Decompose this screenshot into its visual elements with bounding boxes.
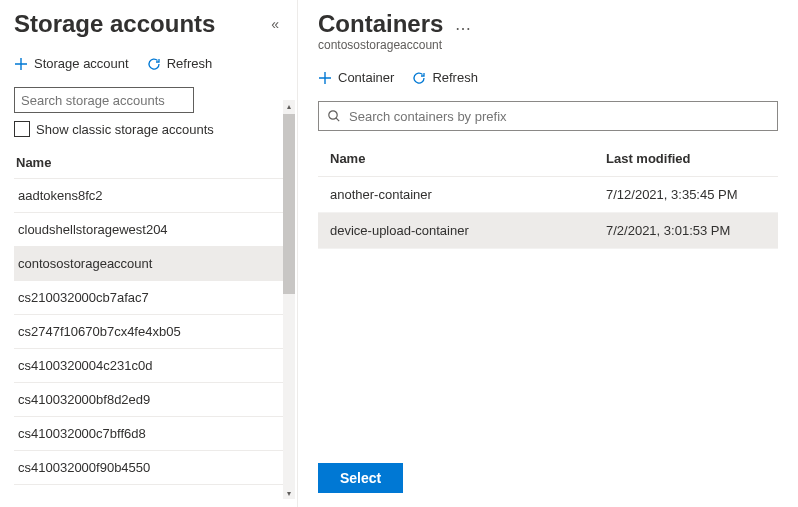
refresh-icon	[412, 71, 426, 85]
containers-table-body: another-container7/12/2021, 3:35:45 PMde…	[318, 177, 778, 249]
containers-name-header[interactable]: Name	[330, 151, 606, 166]
add-storage-label: Storage account	[34, 56, 129, 71]
storage-accounts-list: aadtokens8fc2cloudshellstoragewest204con…	[14, 179, 283, 485]
classic-storage-row[interactable]: Show classic storage accounts	[14, 121, 283, 137]
container-modified-cell: 7/2/2021, 3:01:53 PM	[606, 223, 766, 238]
plus-icon	[14, 57, 28, 71]
containers-subtitle: contosostorageaccount	[318, 38, 778, 52]
containers-table: Name Last modified another-container7/12…	[318, 141, 778, 249]
search-icon	[327, 109, 341, 123]
container-name-cell: device-upload-container	[330, 223, 606, 238]
containers-header-row: Containers ⋯	[318, 10, 778, 38]
refresh-icon	[147, 57, 161, 71]
storage-account-item[interactable]: cs410032000c7bff6d8	[14, 417, 283, 451]
classic-storage-label: Show classic storage accounts	[36, 122, 214, 137]
storage-account-item[interactable]: aadtokens8fc2	[14, 179, 283, 213]
container-name-cell: another-container	[330, 187, 606, 202]
plus-icon	[318, 71, 332, 85]
add-container-label: Container	[338, 70, 394, 85]
container-row[interactable]: another-container7/12/2021, 3:35:45 PM	[318, 177, 778, 213]
containers-toolbar: Container Refresh	[318, 70, 778, 85]
scroll-down-icon[interactable]: ▾	[283, 487, 295, 499]
collapse-panel-icon[interactable]: «	[271, 16, 279, 32]
storage-toolbar: Storage account Refresh	[14, 56, 283, 71]
storage-account-item[interactable]: cloudshellstoragewest204	[14, 213, 283, 247]
container-modified-cell: 7/12/2021, 3:35:45 PM	[606, 187, 766, 202]
containers-modified-header[interactable]: Last modified	[606, 151, 766, 166]
storage-name-column-header[interactable]: Name	[14, 149, 283, 179]
refresh-storage-button[interactable]: Refresh	[147, 56, 213, 71]
storage-accounts-panel: Storage accounts « Storage account Refre…	[0, 0, 298, 507]
containers-search-input[interactable]	[349, 109, 769, 124]
classic-storage-checkbox[interactable]	[14, 121, 30, 137]
add-container-button[interactable]: Container	[318, 70, 394, 85]
select-button[interactable]: Select	[318, 463, 403, 493]
storage-account-item[interactable]: cs410032000f90b4550	[14, 451, 283, 485]
containers-table-header: Name Last modified	[318, 141, 778, 177]
containers-title: Containers	[318, 10, 443, 37]
container-row[interactable]: device-upload-container7/2/2021, 3:01:53…	[318, 213, 778, 249]
storage-account-item[interactable]: cs2747f10670b7cx4fe4xb05	[14, 315, 283, 349]
scrollbar-thumb[interactable]	[283, 114, 295, 294]
containers-search-wrap[interactable]	[318, 101, 778, 131]
storage-accounts-title: Storage accounts	[14, 10, 283, 38]
containers-panel: Containers ⋯ contosostorageaccount Conta…	[298, 0, 798, 507]
more-options-icon[interactable]: ⋯	[455, 19, 471, 38]
refresh-containers-label: Refresh	[432, 70, 478, 85]
scroll-up-icon[interactable]: ▴	[283, 100, 295, 112]
svg-point-0	[329, 111, 337, 119]
storage-account-item[interactable]: cs410032000bf8d2ed9	[14, 383, 283, 417]
refresh-storage-label: Refresh	[167, 56, 213, 71]
storage-scrollbar[interactable]: ▴ ▾	[283, 100, 295, 499]
storage-search-input[interactable]	[14, 87, 194, 113]
storage-account-item[interactable]: cs4100320004c231c0d	[14, 349, 283, 383]
storage-search-row	[14, 87, 283, 113]
storage-account-item[interactable]: cs210032000cb7afac7	[14, 281, 283, 315]
add-storage-account-button[interactable]: Storage account	[14, 56, 129, 71]
storage-account-item[interactable]: contosostorageaccount	[14, 247, 283, 281]
refresh-containers-button[interactable]: Refresh	[412, 70, 478, 85]
containers-footer: Select	[318, 449, 778, 507]
